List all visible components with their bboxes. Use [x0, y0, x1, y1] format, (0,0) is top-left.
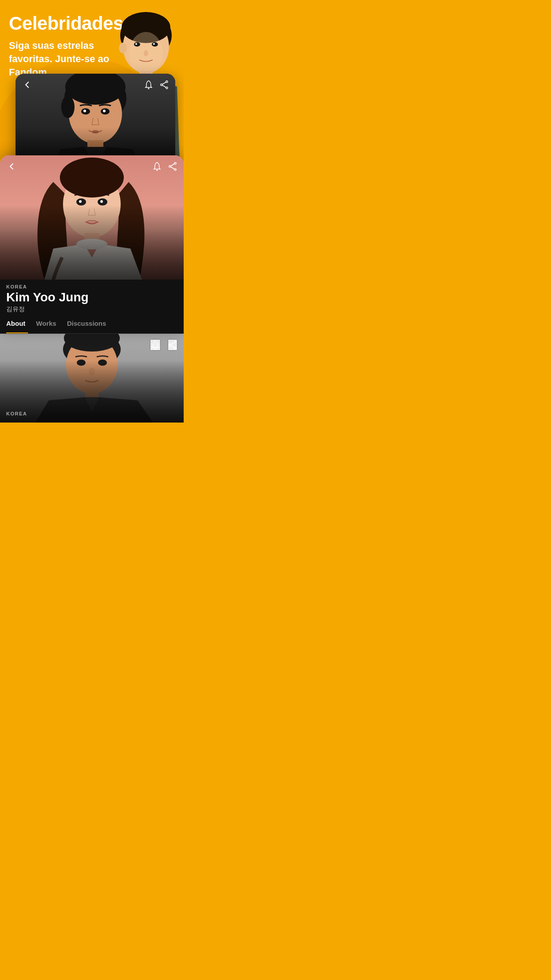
bottom-card-actions — [150, 339, 177, 351]
svg-point-54 — [89, 368, 95, 375]
svg-point-7 — [152, 42, 158, 47]
kim-card-header — [0, 155, 184, 177]
kim-country: KOREA — [6, 284, 177, 289]
svg-point-16 — [161, 84, 162, 86]
svg-point-27 — [81, 108, 90, 115]
park-back-button[interactable] — [23, 79, 31, 89]
svg-point-30 — [103, 110, 106, 112]
bell-icon — [144, 80, 153, 90]
svg-line-61 — [171, 342, 174, 344]
bottom-country-label: KOREA — [6, 411, 27, 416]
tab-discussions[interactable]: Discussions — [67, 313, 113, 333]
svg-point-34 — [169, 166, 171, 167]
svg-point-45 — [79, 200, 82, 203]
svg-point-42 — [76, 239, 107, 249]
kim-share-button[interactable] — [169, 161, 177, 171]
bottom-share-button[interactable] — [168, 339, 177, 351]
svg-point-35 — [174, 169, 176, 170]
svg-point-15 — [166, 81, 168, 83]
bottom-bell-icon — [151, 340, 160, 350]
kim-card-actions — [153, 161, 177, 171]
svg-point-29 — [83, 110, 86, 112]
share-icon — [160, 80, 168, 89]
svg-point-14 — [148, 88, 150, 89]
svg-point-60 — [174, 347, 176, 349]
svg-point-5 — [134, 42, 140, 47]
svg-point-43 — [76, 198, 86, 205]
svg-point-59 — [169, 344, 171, 346]
tab-works[interactable]: Works — [36, 313, 63, 333]
bottom-bell-button[interactable] — [150, 339, 161, 351]
svg-point-17 — [166, 87, 168, 89]
svg-point-44 — [98, 198, 107, 205]
svg-rect-55 — [85, 391, 98, 402]
svg-point-51 — [64, 334, 120, 352]
kim-bell-button[interactable] — [153, 161, 161, 171]
kim-name-native: 김유정 — [6, 305, 177, 313]
svg-point-3 — [119, 43, 127, 53]
svg-line-19 — [162, 85, 166, 87]
park-card-actions — [144, 79, 168, 90]
svg-point-25 — [61, 96, 75, 118]
svg-point-57 — [155, 348, 156, 349]
svg-point-49 — [63, 334, 121, 367]
svg-point-50 — [66, 336, 118, 394]
svg-point-52 — [77, 360, 86, 366]
svg-line-37 — [171, 167, 174, 169]
svg-point-9 — [144, 50, 148, 56]
back-arrow-icon — [23, 80, 31, 89]
card-kim-wrapper: KOREA Kim Yoo Jung 김유정 About Works Discu… — [0, 155, 184, 334]
kim-bell-icon — [153, 162, 161, 171]
svg-point-28 — [101, 108, 110, 115]
card-bottom: KOREA — [0, 334, 184, 423]
kim-back-arrow-icon — [7, 162, 16, 171]
svg-point-33 — [174, 162, 176, 164]
kim-share-icon — [169, 162, 177, 171]
tab-about[interactable]: About — [6, 313, 32, 333]
svg-point-46 — [100, 200, 103, 203]
bottom-share-icon — [169, 340, 177, 349]
svg-line-62 — [171, 345, 174, 348]
svg-point-6 — [135, 43, 137, 45]
kim-card-info: KOREA Kim Yoo Jung 김유정 — [0, 280, 184, 313]
bottom-country: KOREA — [6, 411, 27, 416]
svg-point-53 — [98, 360, 107, 366]
svg-point-31 — [92, 130, 99, 134]
svg-line-18 — [162, 82, 166, 84]
bottom-card-image: KOREA — [0, 334, 184, 423]
park-bell-button[interactable] — [144, 79, 153, 90]
svg-rect-26 — [87, 140, 103, 154]
svg-line-36 — [171, 164, 174, 166]
park-share-button[interactable] — [160, 79, 168, 90]
svg-point-8 — [153, 43, 155, 45]
card-kim: KOREA Kim Yoo Jung 김유정 About Works Discu… — [0, 155, 184, 334]
svg-point-58 — [174, 341, 176, 343]
svg-point-39 — [63, 171, 121, 237]
card-park-header — [16, 74, 175, 95]
svg-rect-41 — [84, 233, 99, 249]
kim-name: Kim Yoo Jung — [6, 290, 177, 304]
kim-back-button[interactable] — [7, 161, 16, 171]
svg-point-32 — [157, 170, 158, 171]
tabs-bar: About Works Discussions — [0, 313, 184, 334]
